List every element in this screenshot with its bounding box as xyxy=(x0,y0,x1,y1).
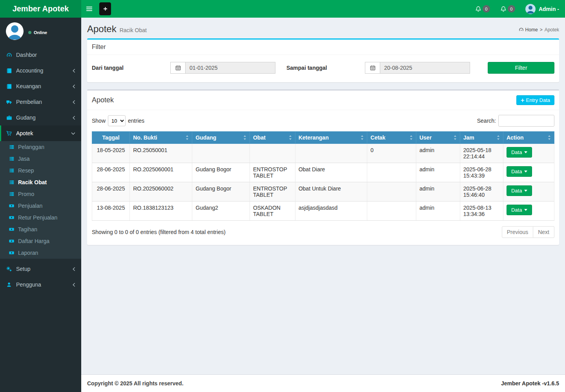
column-header-obat[interactable]: Obat xyxy=(250,132,295,144)
data-dropdown-button[interactable]: Data xyxy=(507,185,532,196)
cell-no-bukti: RO.1838123123 xyxy=(130,201,192,221)
chevron-left-icon xyxy=(73,69,75,73)
sort-icon xyxy=(548,135,551,140)
apotek-box-title: Apotek xyxy=(92,96,114,104)
table-row: 13-08-2025 RO.1838123123 Gudang2 OSKADON… xyxy=(92,201,554,221)
column-header-keterangan[interactable]: Keterangan xyxy=(295,132,367,144)
sidebar-item-label: Jasa xyxy=(18,156,30,162)
app-version: Jember Apotek -v1.6.5 xyxy=(501,380,559,387)
sidebar-item-label: Pembelian xyxy=(16,99,42,105)
notification-badge: 0 xyxy=(483,5,490,13)
cell-no-bukti: RO.2025060002 xyxy=(130,182,192,201)
online-status-label: Online xyxy=(34,30,47,35)
caret-down-icon xyxy=(524,190,527,192)
notification-bell-1[interactable]: 0 xyxy=(475,5,490,13)
online-status-icon xyxy=(28,31,31,34)
filter-box: Filter Dari tanggal Sampai tanggal Filte… xyxy=(87,38,559,82)
sidebar-item-setup: Setup xyxy=(0,261,81,277)
avatar xyxy=(525,4,536,14)
sidebar-item-apotek: Apotek xyxy=(0,125,81,141)
content-header: Apotek Racik Obat Home > Apotek xyxy=(81,18,565,38)
notification-bell-2[interactable]: 0 xyxy=(500,5,515,13)
cell-jam: 2025-05-18 22:14:44 xyxy=(460,144,503,163)
apotek-box-header: Apotek Entry Data xyxy=(87,91,559,110)
column-header-cetak[interactable]: Cetak xyxy=(367,132,416,144)
user-menu-label: Admin - xyxy=(539,6,559,12)
chevron-left-icon xyxy=(73,84,75,89)
filter-form: Dari tanggal Sampai tanggal Filter xyxy=(87,55,559,82)
previous-page-button[interactable]: Previous xyxy=(502,226,533,238)
column-header-user[interactable]: User xyxy=(416,132,460,144)
cell-user: admin xyxy=(416,163,460,182)
table-row: 18-05-2025 RO.25050001 0 admin 2025-05-1… xyxy=(92,144,554,163)
cell-gudang xyxy=(192,144,250,163)
user-menu[interactable]: Admin - xyxy=(525,4,559,14)
sidebar-item-retur-penjualan: Retur Penjualan xyxy=(0,212,81,223)
content-area: Apotek Racik Obat Home > Apotek Filter D… xyxy=(81,18,565,374)
sidebar-toggle-icon[interactable] xyxy=(81,0,97,18)
table-header-row: Taggal No. Bukti Gudang Obat Keterangan … xyxy=(92,132,554,144)
chevron-left-icon xyxy=(73,100,75,104)
sidebar-item-label: Pengguna xyxy=(16,281,41,288)
cell-obat: OSKADON TABLET xyxy=(250,201,295,221)
sidebar-item-label: Retur Penjualan xyxy=(18,214,57,221)
filter-button[interactable]: Filter xyxy=(488,62,554,74)
data-dropdown-button[interactable]: Data xyxy=(507,166,532,177)
sidebar-user-panel: Online xyxy=(0,18,81,45)
to-date-input[interactable] xyxy=(380,62,470,74)
sidebar-item-label: Penjualan xyxy=(18,203,42,209)
next-page-button[interactable]: Next xyxy=(533,226,554,238)
column-header-jam[interactable]: Jam xyxy=(460,132,503,144)
cell-user: admin xyxy=(416,201,460,221)
breadcrumb-current: Apotek xyxy=(545,27,559,33)
list-icon xyxy=(9,191,15,197)
cell-jam: 2025-08-13 13:34:36 xyxy=(460,201,503,221)
cell-gudang: Gudang2 xyxy=(192,201,250,221)
sidebar-item-label: Tagihan xyxy=(18,226,37,232)
breadcrumb: Home > Apotek xyxy=(519,27,559,33)
sidebar-item-tagihan: Tagihan xyxy=(0,223,81,235)
column-header-tanggal[interactable]: Taggal xyxy=(92,132,130,144)
table-row: 28-06-2025 RO.2025060002 Gudang Bogor EN… xyxy=(92,182,554,201)
plus-icon xyxy=(521,98,525,102)
data-dropdown-button[interactable]: Data xyxy=(507,205,532,215)
sidebar-item-gudang: Gudang xyxy=(0,110,81,125)
gears-icon xyxy=(6,266,12,272)
cell-gudang: Gudang Bogor xyxy=(192,182,250,201)
sidebar-item-label: Gudang xyxy=(16,114,36,121)
briefcase-icon xyxy=(6,115,12,121)
list-icon xyxy=(9,156,15,162)
cell-user: admin xyxy=(416,144,460,163)
cell-cetak: 0 xyxy=(367,144,416,163)
sidebar-item-accounting: Accounting xyxy=(0,63,81,78)
page-length-select[interactable]: 10 xyxy=(108,115,126,126)
sort-icon xyxy=(497,135,500,140)
plus-icon xyxy=(103,7,108,11)
calendar-icon xyxy=(170,62,185,74)
quick-add-button[interactable] xyxy=(99,2,111,15)
datatable-toolbar: Show 10 entries Search: xyxy=(87,110,559,131)
column-header-gudang[interactable]: Gudang xyxy=(192,132,250,144)
from-date-input[interactable] xyxy=(185,62,275,74)
column-header-action[interactable]: Action xyxy=(503,132,554,144)
column-header-no-bukti[interactable]: No. Bukti xyxy=(130,132,192,144)
search-input[interactable] xyxy=(498,115,554,127)
brand-logo[interactable]: Jember Apotek xyxy=(0,0,81,18)
cart-icon xyxy=(6,131,12,136)
chevron-left-icon xyxy=(73,267,75,271)
sidebar-item-penjualan: Penjualan xyxy=(0,200,81,212)
sidebar-item-label: Promo xyxy=(18,191,34,197)
cell-cetak xyxy=(367,163,416,182)
sidebar-item-label: Daftar Harga xyxy=(18,238,49,244)
cell-keterangan: Obat Diare xyxy=(295,163,367,182)
cell-obat: ENTROSTOP TABLET xyxy=(250,163,295,182)
breadcrumb-home-link[interactable]: Home xyxy=(519,27,538,33)
sidebar: Online Dashbor Accounting Keuangan Pembe… xyxy=(0,18,81,392)
list-icon xyxy=(9,180,15,185)
data-dropdown-button[interactable]: Data xyxy=(507,147,532,158)
user-icon xyxy=(6,282,12,287)
dashboard-icon xyxy=(6,52,12,58)
cell-tanggal: 28-06-2025 xyxy=(92,163,130,182)
page-title: Apotek xyxy=(87,24,117,34)
entry-data-button[interactable]: Entry Data xyxy=(516,95,554,105)
